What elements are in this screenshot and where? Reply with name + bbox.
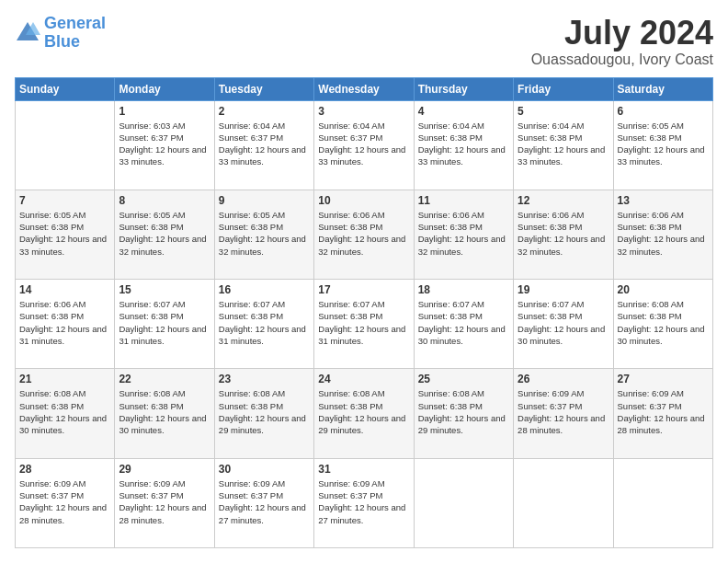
calendar-cell bbox=[414, 458, 513, 547]
calendar-cell: 25Sunrise: 6:08 AM Sunset: 6:38 PM Dayli… bbox=[414, 369, 513, 458]
day-info: Sunrise: 6:04 AM Sunset: 6:38 PM Dayligh… bbox=[418, 120, 509, 168]
day-info: Sunrise: 6:07 AM Sunset: 6:38 PM Dayligh… bbox=[119, 298, 210, 347]
day-info: Sunrise: 6:08 AM Sunset: 6:38 PM Dayligh… bbox=[219, 387, 310, 436]
day-info: Sunrise: 6:07 AM Sunset: 6:38 PM Dayligh… bbox=[219, 298, 310, 347]
day-number: 18 bbox=[418, 283, 509, 296]
day-info: Sunrise: 6:08 AM Sunset: 6:38 PM Dayligh… bbox=[19, 387, 110, 436]
calendar-cell: 15Sunrise: 6:07 AM Sunset: 6:38 PM Dayli… bbox=[115, 280, 214, 369]
day-number: 6 bbox=[618, 105, 709, 118]
day-number: 14 bbox=[19, 283, 110, 296]
day-number: 17 bbox=[318, 283, 409, 296]
calendar-week-1: 1Sunrise: 6:03 AM Sunset: 6:37 PM Daylig… bbox=[16, 100, 713, 190]
calendar-cell: 12Sunrise: 6:06 AM Sunset: 6:38 PM Dayli… bbox=[514, 190, 613, 279]
calendar-cell: 11Sunrise: 6:06 AM Sunset: 6:38 PM Dayli… bbox=[414, 190, 513, 279]
day-number: 7 bbox=[19, 194, 110, 207]
day-info: Sunrise: 6:09 AM Sunset: 6:37 PM Dayligh… bbox=[19, 477, 110, 526]
day-info: Sunrise: 6:04 AM Sunset: 6:37 PM Dayligh… bbox=[219, 120, 310, 168]
day-info: Sunrise: 6:06 AM Sunset: 6:38 PM Dayligh… bbox=[19, 298, 110, 347]
calendar-cell: 17Sunrise: 6:07 AM Sunset: 6:38 PM Dayli… bbox=[314, 280, 414, 369]
col-saturday: Saturday bbox=[613, 77, 712, 100]
day-number: 1 bbox=[119, 105, 210, 118]
day-info: Sunrise: 6:05 AM Sunset: 6:38 PM Dayligh… bbox=[618, 120, 709, 168]
calendar-cell: 20Sunrise: 6:08 AM Sunset: 6:38 PM Dayli… bbox=[613, 280, 712, 369]
logo-icon bbox=[15, 20, 40, 46]
location: Ouassadougou, Ivory Coast bbox=[531, 52, 713, 68]
calendar-cell: 6Sunrise: 6:05 AM Sunset: 6:38 PM Daylig… bbox=[613, 100, 712, 190]
calendar-cell: 30Sunrise: 6:09 AM Sunset: 6:37 PM Dayli… bbox=[214, 458, 313, 547]
day-info: Sunrise: 6:08 AM Sunset: 6:38 PM Dayligh… bbox=[318, 387, 409, 436]
calendar-cell bbox=[16, 100, 115, 190]
day-number: 4 bbox=[418, 105, 509, 118]
day-info: Sunrise: 6:07 AM Sunset: 6:38 PM Dayligh… bbox=[518, 298, 609, 347]
col-monday: Monday bbox=[115, 77, 214, 100]
day-info: Sunrise: 6:07 AM Sunset: 6:38 PM Dayligh… bbox=[318, 298, 409, 347]
calendar-cell: 21Sunrise: 6:08 AM Sunset: 6:38 PM Dayli… bbox=[16, 369, 115, 458]
calendar-cell: 24Sunrise: 6:08 AM Sunset: 6:38 PM Dayli… bbox=[314, 369, 414, 458]
col-sunday: Sunday bbox=[16, 77, 115, 100]
col-thursday: Thursday bbox=[414, 77, 513, 100]
day-info: Sunrise: 6:08 AM Sunset: 6:38 PM Dayligh… bbox=[618, 298, 709, 347]
calendar-cell: 16Sunrise: 6:07 AM Sunset: 6:38 PM Dayli… bbox=[214, 280, 313, 369]
title-block: July 2024 Ouassadougou, Ivory Coast bbox=[531, 15, 713, 68]
day-info: Sunrise: 6:04 AM Sunset: 6:37 PM Dayligh… bbox=[318, 120, 409, 168]
day-info: Sunrise: 6:05 AM Sunset: 6:38 PM Dayligh… bbox=[119, 209, 210, 258]
day-info: Sunrise: 6:06 AM Sunset: 6:38 PM Dayligh… bbox=[518, 209, 609, 258]
calendar-cell: 22Sunrise: 6:08 AM Sunset: 6:38 PM Dayli… bbox=[115, 369, 214, 458]
calendar-week-3: 14Sunrise: 6:06 AM Sunset: 6:38 PM Dayli… bbox=[16, 280, 713, 369]
calendar-week-5: 28Sunrise: 6:09 AM Sunset: 6:37 PM Dayli… bbox=[16, 458, 713, 547]
month-year: July 2024 bbox=[531, 15, 713, 52]
calendar-week-4: 21Sunrise: 6:08 AM Sunset: 6:38 PM Dayli… bbox=[16, 369, 713, 458]
calendar-cell: 19Sunrise: 6:07 AM Sunset: 6:38 PM Dayli… bbox=[514, 280, 613, 369]
calendar-cell: 3Sunrise: 6:04 AM Sunset: 6:37 PM Daylig… bbox=[314, 100, 414, 190]
logo-text: General Blue bbox=[44, 15, 106, 52]
day-number: 5 bbox=[518, 105, 609, 118]
day-number: 16 bbox=[219, 283, 310, 296]
day-number: 28 bbox=[19, 463, 110, 476]
calendar-cell: 27Sunrise: 6:09 AM Sunset: 6:37 PM Dayli… bbox=[613, 369, 712, 458]
day-number: 13 bbox=[618, 194, 709, 207]
calendar-cell: 2Sunrise: 6:04 AM Sunset: 6:37 PM Daylig… bbox=[214, 100, 313, 190]
calendar-cell: 9Sunrise: 6:05 AM Sunset: 6:38 PM Daylig… bbox=[214, 190, 313, 279]
col-friday: Friday bbox=[514, 77, 613, 100]
day-number: 3 bbox=[318, 105, 409, 118]
day-number: 9 bbox=[219, 194, 310, 207]
day-info: Sunrise: 6:06 AM Sunset: 6:38 PM Dayligh… bbox=[318, 209, 409, 258]
calendar-cell: 7Sunrise: 6:05 AM Sunset: 6:38 PM Daylig… bbox=[16, 190, 115, 279]
calendar-cell: 4Sunrise: 6:04 AM Sunset: 6:38 PM Daylig… bbox=[414, 100, 513, 190]
day-info: Sunrise: 6:09 AM Sunset: 6:37 PM Dayligh… bbox=[318, 477, 409, 526]
day-info: Sunrise: 6:05 AM Sunset: 6:38 PM Dayligh… bbox=[219, 209, 310, 258]
day-info: Sunrise: 6:06 AM Sunset: 6:38 PM Dayligh… bbox=[418, 209, 509, 258]
day-number: 2 bbox=[219, 105, 310, 118]
calendar-cell: 5Sunrise: 6:04 AM Sunset: 6:38 PM Daylig… bbox=[514, 100, 613, 190]
calendar-cell: 14Sunrise: 6:06 AM Sunset: 6:38 PM Dayli… bbox=[16, 280, 115, 369]
day-number: 31 bbox=[318, 463, 409, 476]
day-number: 25 bbox=[418, 373, 509, 385]
day-info: Sunrise: 6:05 AM Sunset: 6:38 PM Dayligh… bbox=[19, 209, 110, 258]
col-wednesday: Wednesday bbox=[314, 77, 414, 100]
day-number: 21 bbox=[19, 373, 110, 385]
day-number: 29 bbox=[119, 463, 210, 476]
calendar-header-row: Sunday Monday Tuesday Wednesday Thursday… bbox=[16, 77, 713, 100]
col-tuesday: Tuesday bbox=[214, 77, 313, 100]
day-info: Sunrise: 6:07 AM Sunset: 6:38 PM Dayligh… bbox=[418, 298, 509, 347]
day-number: 23 bbox=[219, 373, 310, 385]
calendar-cell: 10Sunrise: 6:06 AM Sunset: 6:38 PM Dayli… bbox=[314, 190, 414, 279]
day-number: 11 bbox=[418, 194, 509, 207]
calendar-cell: 18Sunrise: 6:07 AM Sunset: 6:38 PM Dayli… bbox=[414, 280, 513, 369]
day-number: 24 bbox=[318, 373, 409, 385]
day-number: 10 bbox=[318, 194, 409, 207]
day-number: 20 bbox=[618, 283, 709, 296]
day-number: 27 bbox=[618, 373, 709, 385]
day-info: Sunrise: 6:09 AM Sunset: 6:37 PM Dayligh… bbox=[219, 477, 310, 526]
day-info: Sunrise: 6:08 AM Sunset: 6:38 PM Dayligh… bbox=[418, 387, 509, 436]
calendar-cell: 23Sunrise: 6:08 AM Sunset: 6:38 PM Dayli… bbox=[214, 369, 313, 458]
day-info: Sunrise: 6:09 AM Sunset: 6:37 PM Dayligh… bbox=[119, 477, 210, 526]
calendar-table: Sunday Monday Tuesday Wednesday Thursday… bbox=[15, 77, 713, 548]
day-number: 8 bbox=[119, 194, 210, 207]
calendar-week-2: 7Sunrise: 6:05 AM Sunset: 6:38 PM Daylig… bbox=[16, 190, 713, 279]
day-number: 12 bbox=[518, 194, 609, 207]
day-info: Sunrise: 6:09 AM Sunset: 6:37 PM Dayligh… bbox=[518, 387, 609, 436]
calendar-cell: 1Sunrise: 6:03 AM Sunset: 6:37 PM Daylig… bbox=[115, 100, 214, 190]
calendar-cell bbox=[613, 458, 712, 547]
day-number: 22 bbox=[119, 373, 210, 385]
